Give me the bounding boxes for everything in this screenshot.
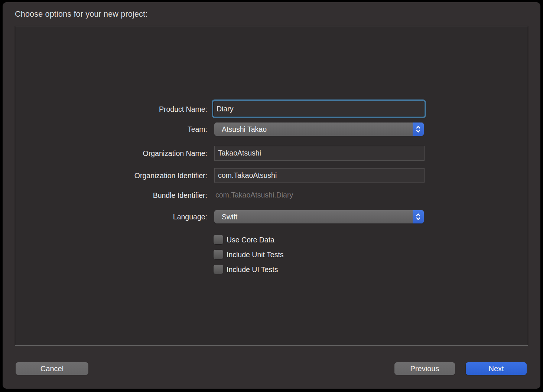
bundle-identifier-value: com.TakaoAtsushi.Diary: [215, 191, 293, 199]
include-ui-tests-checkbox[interactable]: [214, 265, 223, 274]
cancel-button[interactable]: Cancel: [16, 362, 88, 375]
dialog-title: Choose options for your new project:: [15, 10, 147, 19]
use-core-data-label[interactable]: Use Core Data: [227, 235, 274, 245]
organization-name-input[interactable]: [214, 146, 425, 160]
include-unit-tests-label[interactable]: Include Unit Tests: [227, 250, 284, 259]
organization-name-label: Organization Name:: [52, 149, 207, 158]
include-unit-tests-checkbox[interactable]: [214, 250, 223, 259]
previous-button[interactable]: Previous: [394, 362, 455, 375]
team-selected-value: Atsushi Takao: [222, 122, 267, 136]
language-selected-value: Swift: [222, 210, 237, 223]
product-name-input[interactable]: [214, 101, 427, 116]
organization-identifier-label: Organization Identifier:: [52, 172, 207, 180]
language-popup-button[interactable]: Swift: [214, 210, 424, 223]
product-name-label: Product Name:: [52, 105, 207, 114]
use-core-data-checkbox[interactable]: [214, 235, 223, 244]
language-label: Language:: [52, 213, 207, 221]
organization-identifier-input[interactable]: [214, 168, 425, 183]
include-ui-tests-label[interactable]: Include UI Tests: [227, 265, 278, 274]
bundle-identifier-label: Bundle Identifier:: [52, 191, 207, 200]
team-popup-button[interactable]: Atsushi Takao: [214, 122, 424, 136]
product-name-field-focus-ring: [212, 99, 426, 118]
options-panel: [15, 26, 528, 346]
new-project-options-dialog: Choose options for your new project: Pro…: [0, 0, 543, 392]
next-button[interactable]: Next: [466, 362, 527, 375]
team-label: Team:: [52, 125, 207, 134]
up-down-chevrons-icon: [413, 122, 424, 136]
up-down-chevrons-icon: [413, 210, 424, 223]
